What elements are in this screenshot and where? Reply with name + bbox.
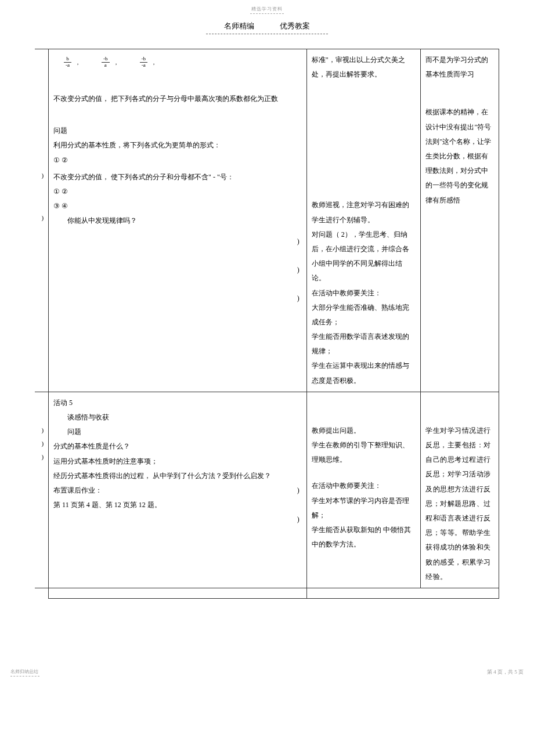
fraction-3: -b-a ，	[140, 56, 157, 68]
row2-rationale: 学生对学习情况进行反思，主要包括：对自己的思考过程进行反思；对学习活动涉及的思想…	[421, 392, 499, 588]
fraction-1: b-a ，	[64, 56, 81, 68]
frac-num: b	[64, 56, 71, 62]
row2-activity: 活动 5 谈感悟与收获 问题 分式的基本性质是什么？ 运用分式基本性质时的注意事…	[49, 392, 307, 588]
text-line: 学生在运算中表现出来的情感与态度是否积极。	[312, 359, 416, 388]
text-line: 教师提出问题。	[312, 424, 416, 438]
activity-subtitle: 谈感悟与收获	[53, 410, 302, 425]
empty-cell	[306, 588, 499, 598]
lesson-plan-table: ) ) b-a ， -ba ， -b-a ， 不改变分式的值， 把	[35, 49, 499, 599]
text-line: ① ②	[53, 153, 302, 168]
top-divider	[250, 13, 284, 14]
marker-paren: )	[39, 169, 44, 182]
frac-num: -b	[102, 56, 110, 62]
text-line: 利用分式的基本性质，将下列各式化为更简单的形式：	[53, 138, 302, 153]
text-line: 学生对本节课的学习内容是否理解；	[312, 494, 416, 523]
text-line: 经历分式基本性质得出的过程， 从中学到了什么方法？受到什么启发？	[53, 469, 302, 483]
row1-teacher-notes: 标准"，审视出以上分式欠美之处，再提出解答要求。 教师巡视，注意对学习有困难的学…	[306, 49, 421, 392]
text-line: 不改变分式的值， 把下列各式的分子与分母中最高次项的系数都化为正数	[53, 92, 302, 106]
footer-divider	[10, 676, 39, 677]
row2-markers: ) ) )	[35, 392, 49, 588]
text-line: ③ ④	[53, 199, 302, 214]
text-line: 运用分式基本性质时的注意事项；	[53, 454, 302, 469]
empty-cell	[49, 588, 307, 598]
row2-teacher-notes: 教师提出问题。 学生在教师的引导下整理知识、理顺思维。 在活动中教师要关注： 学…	[306, 392, 421, 588]
text-line: 学生对学习情况进行反思，主要包括：对自己的思考过程进行反思；对学习活动涉及的思想…	[425, 424, 494, 584]
marker-paren: )	[39, 211, 44, 225]
paren-marker: )	[297, 512, 300, 527]
text-line: 对问题（ 2），学生思考、归纳后，在小组进行交流，并综合各小组中同学的不同见解得…	[312, 227, 416, 286]
comma: ，	[151, 56, 157, 68]
page-footer: 名师归纳总结 第 4 页，共 5 页	[0, 668, 534, 682]
marker-paren: )	[39, 437, 44, 450]
comma: ，	[113, 56, 119, 68]
empty-cell	[35, 588, 49, 598]
text-line: 你能从中发现规律吗？	[53, 214, 302, 228]
text-line: 根据课本的精神，在设计中没有提出"符号法则"这个名称，让学生类比分数，根据有理数…	[425, 105, 494, 207]
text-line: 学生在教师的引导下整理知识、理顺思维。	[312, 438, 416, 467]
text-line: 在活动中教师要关注：	[312, 286, 416, 301]
paren-marker: )	[297, 234, 300, 249]
frac-den: a	[103, 63, 109, 68]
footer-page-number: 第 4 页，共 5 页	[487, 668, 524, 676]
text-line: ① ②	[53, 185, 302, 199]
text-line: 分式的基本性质是什么？	[53, 439, 302, 454]
text-line: 布置课后作业：)	[53, 483, 302, 498]
footer-left-text: 名师归纳总结	[10, 668, 39, 675]
text-line: 大部分学生能否准确、熟练地完成任务；	[312, 301, 416, 330]
header-left-text: 名师精编	[224, 21, 254, 31]
row1-markers: ) )	[35, 49, 49, 392]
header-divider	[206, 34, 328, 34]
row1-rationale: 而不是为学习分式的基本性质而学习 根据课本的精神，在设计中没有提出"符号法则"这…	[421, 49, 499, 392]
paren-marker: )	[297, 291, 300, 306]
text-line: 而不是为学习分式的基本性质而学习	[425, 53, 494, 82]
frac-den: -a	[140, 63, 147, 68]
marker-paren: )	[39, 424, 44, 437]
comma: ，	[75, 56, 81, 68]
frac-den: -a	[64, 63, 71, 68]
marker-paren: )	[39, 450, 44, 464]
text-line: 教师巡视，注意对学习有困难的学生进行个别辅导。	[312, 198, 416, 227]
header-right-text: 优秀教案	[280, 21, 310, 31]
activity-title: 活动 5	[53, 396, 302, 410]
paren-marker: )	[297, 263, 300, 277]
text-line: 不改变分式的值， 使下列各式的分子和分母都不含" - "号：	[53, 170, 302, 185]
text-line: 学生能否用数学语言表述发现的规律；	[312, 330, 416, 359]
text-line: 在活动中教师要关注：	[312, 479, 416, 493]
footer-left: 名师归纳总结	[10, 668, 39, 677]
text-line: 第 11 页第 4 题、第 12 页第 12 题。	[53, 498, 302, 512]
fraction-2: -ba ，	[102, 56, 119, 68]
page-header: 名师精编 优秀教案	[0, 21, 534, 31]
fraction-row: b-a ， -ba ， -b-a ，	[53, 53, 302, 80]
text-question-label: 问题	[53, 124, 302, 138]
row1-activity: b-a ， -ba ， -b-a ， 不改变分式的值， 把下列各式的分子与分母中…	[49, 49, 307, 392]
text-question-label: 问题	[53, 425, 302, 439]
text-line: 标准"，审视出以上分式欠美之处，再提出解答要求。	[312, 53, 416, 82]
top-watermark: 精选学习资料	[0, 6, 534, 12]
text-line: 学生能否从获取新知的 中领悟其中的数学方法。	[312, 523, 416, 552]
frac-num: -b	[140, 56, 148, 62]
